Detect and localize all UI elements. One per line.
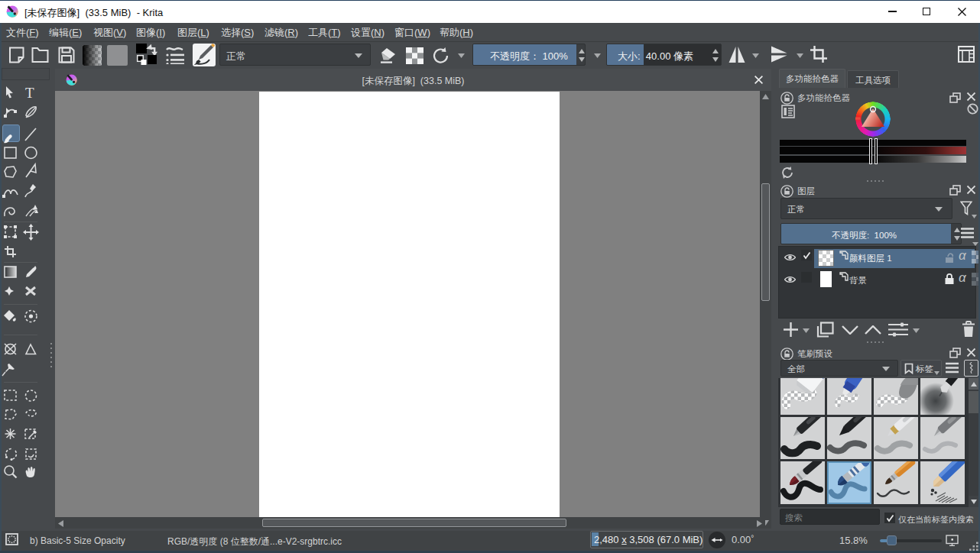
svg-text:T: T: [25, 85, 34, 101]
